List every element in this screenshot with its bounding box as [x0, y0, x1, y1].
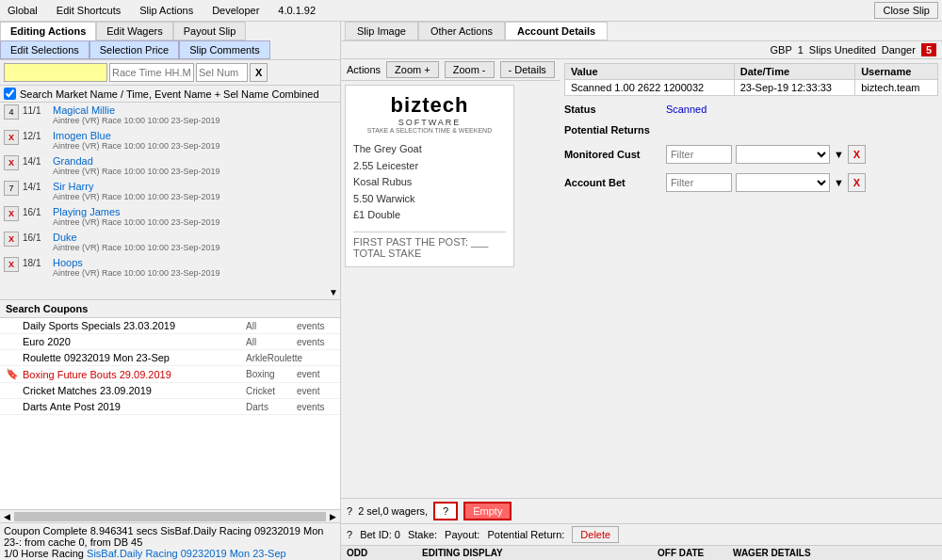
details-button[interactable]: - Details: [500, 61, 555, 78]
menu-edit-shortcuts[interactable]: Edit Shortcuts: [53, 4, 124, 17]
selection-name[interactable]: Sir Harry: [53, 181, 336, 192]
bet-empty-bubble[interactable]: Empty: [463, 502, 512, 520]
x-badge[interactable]: X: [4, 257, 19, 272]
list-item[interactable]: 714/1Sir HarryAintree (VR) Race 10:00 10…: [0, 179, 340, 204]
list-item[interactable]: Cricket Matches 23.09.2019Cricketevent: [0, 383, 340, 399]
dropdown-arrow-icon: ▼: [834, 149, 844, 160]
horizontal-scrollbar[interactable]: ◀ ▶: [0, 509, 340, 522]
x-badge[interactable]: X: [4, 232, 19, 247]
selection-odds: 14/1: [23, 156, 49, 167]
slip-handwriting: The Grey Goat2.55 LeicesterKosal Rubus5.…: [353, 141, 506, 224]
account-bet-dropdown[interactable]: [736, 173, 830, 192]
slip-logo: biztech SOFTWARE STAKE A SELECTION TIME …: [353, 93, 506, 134]
list-item[interactable]: X16/1Playing JamesAintree (VR) Race 10:0…: [0, 204, 340, 230]
delete-button[interactable]: Delete: [572, 526, 619, 543]
search-checkbox[interactable]: [4, 88, 16, 100]
close-slip-button[interactable]: Close Slip: [874, 2, 938, 19]
tab-edit-wagers[interactable]: Edit Wagers: [96, 22, 173, 40]
potential-returns-row: Potential Returns: [564, 122, 938, 137]
selection-details: Aintree (VR) Race 10:00 10:00 23-Sep-201…: [53, 116, 336, 125]
monitored-cust-dropdown[interactable]: [736, 145, 830, 164]
account-bet-clear-button[interactable]: X: [848, 173, 866, 192]
right-panel: Slip Image Other Actions Account Details…: [341, 22, 942, 560]
coupon-type: events: [297, 402, 334, 412]
list-item[interactable]: X14/1GrandadAintree (VR) Race 10:00 10:0…: [0, 153, 340, 179]
race-time-input[interactable]: [109, 63, 194, 82]
slips-unedited-label: Slips Unedited: [809, 44, 876, 56]
account-bet-label: Account Bet: [564, 177, 658, 188]
selection-name[interactable]: Grandad: [53, 155, 336, 167]
account-data-table: Value Date/Time Username Scanned 1.00 26…: [564, 63, 938, 96]
zoom-plus-button[interactable]: Zoom +: [386, 61, 439, 78]
list-item[interactable]: X18/1HoopsAintree (VR) Race 10:00 10:00 …: [0, 255, 340, 280]
list-item[interactable]: X16/1DukeAintree (VR) Race 10:00 10:00 2…: [0, 230, 340, 255]
x-badge[interactable]: X: [4, 155, 19, 170]
status-label: Status: [564, 104, 658, 115]
monitored-cust-input[interactable]: [666, 145, 732, 164]
currency-label: GBP: [771, 44, 792, 56]
selections-list: 411/1Magical MillieAintree (VR) Race 10:…: [0, 103, 340, 300]
x-badge[interactable]: X: [4, 130, 19, 145]
tab-other-actions[interactable]: Other Actions: [418, 22, 505, 40]
main-layout: Editing Actions Edit Wagers Payout Slip …: [0, 22, 942, 560]
scroll-down-arrow[interactable]: ▼: [329, 287, 338, 297]
clear-search-button[interactable]: X: [250, 63, 268, 82]
left-toolbar: Editing Actions Edit Wagers Payout Slip …: [0, 22, 340, 60]
coupons-list: Daily Sports Specials 23.03.2019Allevent…: [0, 318, 340, 509]
selection-name[interactable]: Playing James: [53, 206, 336, 217]
list-item[interactable]: Roulette 09232019 Mon 23-SepArkleRoulett…: [0, 350, 340, 366]
bet-area: ? 2 sel,0 wagers, ? Empty ? Bet ID: 0 St…: [341, 498, 942, 560]
menu-developer[interactable]: Developer: [208, 4, 263, 17]
scroll-right-arrow[interactable]: ▶: [328, 512, 338, 521]
list-item[interactable]: Darts Ante Post 2019Dartsevents: [0, 399, 340, 415]
tab-slip-image[interactable]: Slip Image: [345, 22, 418, 40]
selection-info: Playing JamesAintree (VR) Race 10:00 10:…: [53, 206, 336, 227]
list-item[interactable]: Daily Sports Specials 23.03.2019Allevent…: [0, 318, 340, 334]
danger-label: Danger: [882, 44, 916, 56]
tab-account-details[interactable]: Account Details: [505, 22, 608, 40]
bet-payout-label: Payout:: [445, 529, 479, 540]
selection-odds: 12/1: [23, 131, 49, 141]
tab-selection-price[interactable]: Selection Price: [89, 40, 179, 59]
num-badge[interactable]: 4: [4, 104, 19, 120]
selection-name[interactable]: Duke: [53, 232, 336, 243]
list-item[interactable]: X12/1Imogen BlueAintree (VR) Race 10:00 …: [0, 128, 340, 153]
tab-edit-selections[interactable]: Edit Selections: [0, 40, 89, 59]
coupon-category: ArkleRoulette: [246, 353, 293, 363]
list-item[interactable]: Euro 2020Allevents: [0, 334, 340, 350]
coupon-name: Euro 2020: [23, 336, 242, 347]
coupon-type: events: [297, 337, 334, 347]
scroll-left-arrow[interactable]: ◀: [2, 512, 12, 521]
menu-global[interactable]: Global: [4, 4, 41, 17]
slip-image: biztech SOFTWARE STAKE A SELECTION TIME …: [345, 85, 514, 267]
checkbox-label: Search Market Name / Time, Event Name + …: [20, 88, 319, 100]
list-item[interactable]: 411/1Magical MillieAintree (VR) Race 10:…: [0, 103, 340, 128]
zoom-minus-button[interactable]: Zoom -: [445, 61, 495, 78]
list-item[interactable]: 🔖Boxing Future Bouts 29.09.2019Boxingeve…: [0, 366, 340, 383]
slip-logo-top: biztech: [353, 93, 506, 118]
num-badge[interactable]: 7: [4, 181, 19, 196]
selection-info: Sir HarryAintree (VR) Race 10:00 10:00 2…: [53, 181, 336, 201]
table-row[interactable]: Scanned 1.00 2622 120003223-Sep-19 12:33…: [564, 80, 937, 96]
menu-slip-actions[interactable]: Slip Actions: [136, 4, 197, 17]
selection-name[interactable]: Imogen Blue: [53, 130, 336, 141]
status-field-row: Status Scanned: [564, 102, 938, 117]
x-badge[interactable]: X: [4, 206, 19, 221]
tab-slip-comments[interactable]: Slip Comments: [179, 40, 270, 59]
monitored-cust-clear-button[interactable]: X: [848, 145, 866, 164]
coupon-type: events: [297, 321, 334, 331]
selection-name[interactable]: Hoops: [53, 257, 336, 268]
table-cell-username: biztech.team: [855, 80, 938, 96]
selection-name[interactable]: Magical Millie: [53, 104, 336, 116]
bet-col-odd: ODD: [347, 548, 422, 558]
account-bet-input[interactable]: [666, 173, 732, 192]
coupon-category: Boxing: [246, 369, 293, 379]
search-yellow-input[interactable]: [4, 63, 107, 82]
account-bet-row: Account Bet ▼ X: [564, 171, 938, 194]
selection-details: Aintree (VR) Race 10:00 10:00 23-Sep-201…: [53, 268, 336, 278]
tab-editing-actions[interactable]: Editing Actions: [0, 22, 96, 40]
status-link[interactable]: SisBaf.Daily Racing 09232019 Mon 23-Sep: [87, 548, 286, 559]
tab-payout-slip[interactable]: Payout Slip: [173, 22, 247, 40]
sel-num-input[interactable]: [196, 63, 248, 82]
bet-col-wager: WAGER DETAILS: [733, 548, 936, 558]
